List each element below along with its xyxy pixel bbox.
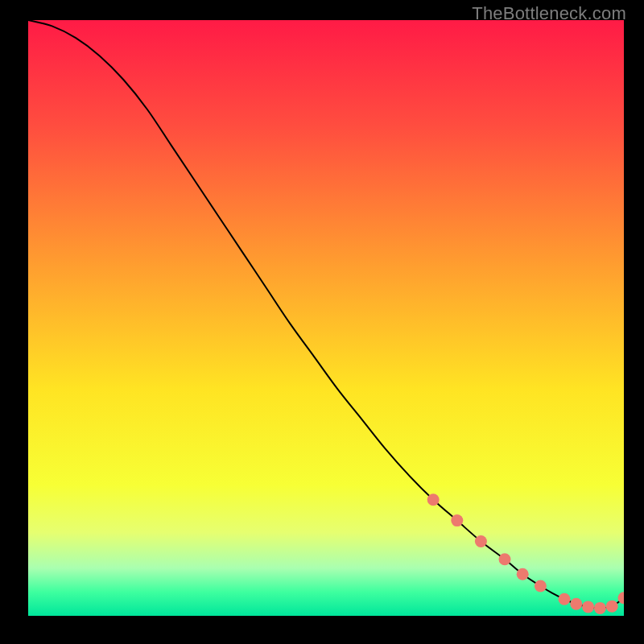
data-marker: [475, 535, 487, 547]
data-marker: [451, 514, 463, 526]
data-marker: [582, 601, 594, 613]
data-marker: [594, 602, 606, 614]
chart-stage: TheBottleneck.com: [0, 0, 644, 644]
plot-area: [28, 20, 624, 616]
data-marker: [499, 553, 511, 565]
gradient-background: [28, 20, 624, 616]
data-marker: [427, 493, 440, 506]
data-marker: [559, 593, 571, 605]
plot-svg: [28, 20, 624, 616]
data-marker: [517, 568, 529, 580]
data-marker: [535, 580, 547, 592]
data-marker: [606, 601, 618, 613]
data-marker: [570, 598, 582, 610]
